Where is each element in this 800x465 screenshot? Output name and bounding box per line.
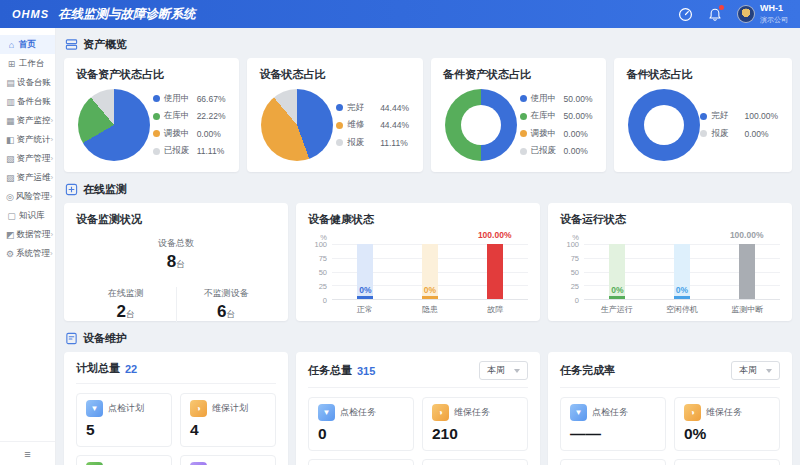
- stat-tile-spot-check-rate: ▼点检任务 ——: [560, 397, 666, 451]
- sidebar-item-asset-monitor[interactable]: ▦ 资产监控 ›: [0, 111, 55, 130]
- total-devices-label: 设备总数: [76, 237, 276, 250]
- legend-item[interactable]: 在库中50.00%: [520, 110, 593, 122]
- sidebar-item-label: 设备台账: [17, 77, 51, 89]
- wrench-icon: ◑: [190, 400, 207, 417]
- asset-manage-icon: ▧: [6, 154, 15, 164]
- sidebar-item-system-manage[interactable]: ⚙ 系统管理 ›: [0, 244, 55, 263]
- stat-tile-lubricate-task: ◆润滑任务 105: [308, 459, 414, 465]
- axis-tick: 0: [323, 296, 327, 305]
- card-title: 备件状态占比: [626, 67, 780, 82]
- card-title: 设备运行状态: [560, 212, 780, 227]
- total-devices-value: 8台: [76, 252, 276, 272]
- legend-value: 11.11%: [197, 146, 225, 156]
- avatar[interactable]: [737, 5, 755, 23]
- online-monitoring-icon: [64, 183, 78, 197]
- tile-value: 5: [86, 421, 162, 439]
- gauge-icon[interactable]: [677, 6, 693, 22]
- tile-label: 维保计划: [212, 402, 248, 415]
- sidebar-item-asset-ops[interactable]: ▨ 资产运维 ›: [0, 168, 55, 187]
- sidebar-item-asset-stats[interactable]: ◧ 资产统计 ›: [0, 130, 55, 149]
- card-device-status: 设备状态占比 完好44.44% 维修44.44% 报废11.11%: [247, 58, 422, 172]
- sidebar-item-risk[interactable]: ◎ 风险管理 ›: [0, 187, 55, 206]
- stat-tile-overhaul-task: ◎检修任务 0: [422, 459, 528, 465]
- legend-item[interactable]: 调拨中0.00%: [520, 128, 593, 140]
- system-icon: ⚙: [6, 249, 14, 259]
- running-bar-chart: % 100 75 50 25 0 0%: [560, 244, 780, 300]
- sidebar-item-knowledge[interactable]: ▢ 知识库: [0, 206, 55, 225]
- axis-tick: 100: [566, 240, 579, 249]
- legend-label: 完好: [711, 110, 744, 122]
- legend-dot: [153, 130, 160, 137]
- card-title: 任务完成率: [560, 363, 615, 378]
- legend-item[interactable]: 在库中22.22%: [153, 110, 226, 122]
- bar-production: 0%: [609, 244, 625, 299]
- legend-item[interactable]: 完好100.00%: [700, 110, 778, 122]
- legend-value: 44.44%: [380, 120, 409, 130]
- tile-value: 0%: [684, 425, 770, 443]
- chevron-right-icon: ›: [51, 173, 54, 182]
- bar-value-label: 0%: [676, 285, 688, 295]
- risk-icon: ◎: [6, 192, 14, 202]
- week-filter-dropdown[interactable]: 本周: [479, 361, 528, 380]
- sidebar-item-label: 数据管理: [17, 229, 51, 241]
- spot-check-icon: ▼: [318, 404, 335, 421]
- legend-item[interactable]: 已报废11.11%: [153, 145, 226, 157]
- card-title: 设备监测状况: [76, 212, 276, 227]
- axis-tick: 25: [571, 282, 579, 291]
- health-bar-chart: % 100 75 50 25 0 0%: [308, 244, 528, 300]
- bar-normal: 0%: [357, 244, 373, 299]
- bar-value-label: 0%: [359, 285, 371, 295]
- card-title: 设备状态占比: [259, 67, 410, 82]
- user-org: 演示公司: [760, 15, 788, 25]
- sidebar-item-home[interactable]: ⌂ 首页: [0, 35, 55, 54]
- legend-item[interactable]: 已报废0.00%: [520, 145, 593, 157]
- legend-dot: [336, 122, 343, 129]
- legend-dot: [700, 113, 707, 120]
- legend-dot: [153, 148, 160, 155]
- sidebar-item-device-ledger[interactable]: ▤ 设备台账: [0, 73, 55, 92]
- sidebar-item-spare-ledger[interactable]: ▥ 备件台账: [0, 92, 55, 111]
- legend-label: 在库中: [531, 110, 564, 122]
- legend-label: 调拨中: [164, 128, 197, 140]
- legend-value: 0.00%: [564, 146, 588, 156]
- legend-label: 调拨中: [531, 128, 564, 140]
- legend-item[interactable]: 完好44.44%: [336, 102, 409, 114]
- bell-icon[interactable]: [707, 6, 723, 22]
- tile-value: 210: [432, 425, 518, 443]
- sidebar-collapse-button[interactable]: ≡: [0, 441, 55, 465]
- stat-tile-spot-check-task: ▼点检任务 0: [308, 397, 414, 451]
- chevron-right-icon: ›: [51, 135, 54, 144]
- sidebar-item-asset-manage[interactable]: ▧ 资产管理 ›: [0, 149, 55, 168]
- legend-item[interactable]: 使用中50.00%: [520, 93, 593, 105]
- legend-label: 使用中: [164, 93, 197, 105]
- legend-item[interactable]: 报废0.00%: [700, 128, 778, 140]
- legend-item[interactable]: 报废11.11%: [336, 137, 409, 149]
- week-filter-dropdown[interactable]: 本周: [731, 361, 780, 380]
- chevron-down-icon: [766, 369, 772, 373]
- tile-value: 0: [318, 425, 404, 443]
- card-spare-asset-status: 备件资产状态占比 使用中50.00% 在库中50.00% 调拨中0.00% 已报…: [431, 58, 606, 172]
- app-window: OHMS 在线监测与故障诊断系统 WH-1 演示公司 ⌂ 首页: [0, 0, 800, 465]
- section-title: 资产概览: [83, 37, 127, 52]
- legend-label: 使用中: [531, 93, 564, 105]
- notification-dot: [719, 5, 724, 10]
- bar-value-label: 0%: [424, 285, 436, 295]
- equipment-maintenance-icon: [64, 332, 78, 346]
- user-menu[interactable]: WH-1 演示公司: [737, 3, 788, 24]
- asset-overview-icon: [64, 38, 78, 52]
- legend-item[interactable]: 使用中66.67%: [153, 93, 226, 105]
- legend-dot: [153, 113, 160, 120]
- category-labels: 正常 隐患 故障: [332, 304, 528, 315]
- legend-value: 50.00%: [564, 94, 593, 104]
- dropdown-value: 本周: [487, 364, 505, 377]
- legend-label: 已报废: [164, 145, 197, 157]
- main-content: 资产概览 设备资产状态占比 使用中66.67% 在库中22.22% 调拨中0.0…: [56, 28, 800, 465]
- sidebar-item-label: 资产监控: [17, 115, 51, 127]
- sidebar-item-workbench[interactable]: ⊞ 工作台: [0, 54, 55, 73]
- legend-item[interactable]: 调拨中0.00%: [153, 128, 226, 140]
- legend-item[interactable]: 维修44.44%: [336, 119, 409, 131]
- axis-tick: 75: [319, 254, 327, 263]
- sidebar-item-data-manage[interactable]: ◩ 数据管理 ›: [0, 225, 55, 244]
- asset-ops-icon: ▨: [6, 173, 15, 183]
- legend-dot: [520, 130, 527, 137]
